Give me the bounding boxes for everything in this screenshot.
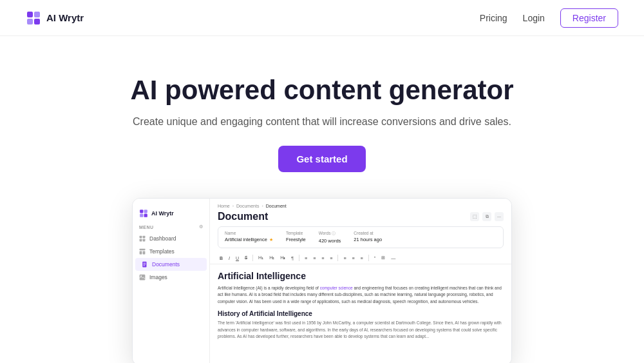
doc-title-bar: Document ⬚ ⧉ ··· [210,211,511,226]
toolbar-sep-3 [337,255,338,261]
hero-subheading: Create unique and engaging content that … [13,116,631,128]
doc-body: Artificial Intelligence Artificial Intel… [210,264,511,346]
svg-rect-1 [34,12,40,17]
documents-icon [142,261,148,268]
sidebar-item-dashboard-label: Dashboard [149,235,176,242]
settings-icon: ⚙ [199,224,204,230]
breadcrumb: Home › Documents › Document [210,199,511,211]
sidebar-item-documents[interactable]: Documents [135,258,207,271]
words-label: Words [319,231,331,235]
toolbar-strikethrough[interactable]: S̶ [243,255,249,261]
doc-action-copy[interactable]: ⧉ [482,212,491,221]
sidebar-item-images-label: Images [149,274,167,280]
register-button[interactable]: Register [560,8,618,28]
toolbar-code[interactable]: ⊞ [379,255,387,261]
meta-star: ★ [269,237,273,242]
meta-created-value: 21 hours ago [354,237,382,242]
navbar: AI Wrytr Pricing Login Register [0,0,644,36]
toolbar-list-ul[interactable]: ≡ [341,255,348,261]
doc-meta: Name Artificial intelligence ★ Template … [218,226,504,248]
svg-rect-13 [140,251,142,254]
toolbar-align-left[interactable]: ≡ [303,255,309,261]
svg-rect-5 [144,210,147,213]
svg-rect-8 [140,236,142,239]
svg-rect-7 [144,214,147,217]
sidebar-item-dashboard[interactable]: Dashboard [133,232,209,245]
meta-words-value: 420 words [319,238,341,244]
toolbar-bold[interactable]: B [218,255,225,261]
doc-action-export[interactable]: ⬚ [470,212,479,221]
images-icon [139,274,146,280]
breadcrumb-home: Home [218,204,230,208]
logo-icon [26,10,41,26]
meta-template: Template Freestyle [286,231,306,244]
toolbar-list-ol[interactable]: ≡ [350,255,357,261]
doc-paragraph: Artificial Intelligence (AI) is a rapidl… [218,285,504,305]
nav-login[interactable]: Login [523,13,545,23]
nav-pricing[interactable]: Pricing [480,13,507,23]
templates-icon [139,248,146,255]
svg-rect-4 [140,210,143,213]
svg-rect-9 [143,236,146,239]
meta-name: Name Artificial intelligence ★ [225,231,273,244]
preview-card: AI Wrytr MENU ⚙ Dashboard [132,198,512,363]
app-preview: AI Wrytr MENU ⚙ Dashboard [0,191,644,363]
toolbar-align-center[interactable]: ≡ [311,255,317,261]
logo-text: AI Wrytr [46,12,84,23]
doc-title: Document [218,211,268,222]
toolbar-link[interactable]: — [389,255,397,261]
toolbar-indent[interactable]: ≡ [359,255,365,261]
doc-actions: ⬚ ⧉ ··· [470,212,504,221]
meta-words: Words ⓘ 420 words [319,231,341,244]
sidebar-logo: AI Wrytr [133,205,209,224]
sidebar-item-templates[interactable]: Templates [133,245,209,258]
doc-content-heading: Artificial Intelligence [218,271,504,281]
toolbar-sep-4 [368,255,369,261]
sidebar-item-documents-label: Documents [152,261,180,268]
breadcrumb-current: Document [266,204,287,208]
doc-subparagraph: The term 'Artificial Intelligence' was f… [218,320,504,340]
toolbar-h3[interactable]: H₃ [278,255,287,261]
sidebar-item-images[interactable]: Images [133,271,209,284]
toolbar-h1[interactable]: H₁ [256,255,265,261]
meta-template-value: Freestyle [286,237,306,242]
logo: AI Wrytr [26,10,84,26]
sidebar-logo-text: AI Wrytr [151,210,174,217]
toolbar-sep-1 [252,255,253,261]
toolbar-sep-2 [299,255,299,261]
sidebar-item-templates-label: Templates [149,248,175,255]
svg-point-20 [140,275,142,277]
dashboard-icon [139,235,146,242]
hero-section: AI powered content generator Create uniq… [0,36,644,191]
toolbar-quote[interactable]: " [372,255,378,261]
toolbar-underline[interactable]: U [234,255,241,261]
doc-toolbar: B I U S̶ H₁ H₂ H₃ ¶ ≡ ≡ ≡ ≡ ≡ ≡ ≡ " [210,252,511,264]
toolbar-align-right[interactable]: ≡ [319,255,326,261]
svg-rect-12 [140,249,146,251]
svg-rect-6 [140,214,143,217]
toolbar-para[interactable]: ¶ [289,255,296,261]
preview-sidebar: AI Wrytr MENU ⚙ Dashboard [133,199,210,363]
meta-name-value: Artificial intelligence [225,237,267,242]
sidebar-logo-icon [139,209,148,218]
svg-rect-11 [143,239,146,242]
svg-rect-3 [34,19,40,25]
toolbar-align-justify[interactable]: ≡ [328,255,334,261]
doc-subheading: History of Artificial Intelligence [218,310,504,317]
cta-button[interactable]: Get started [278,146,365,172]
svg-rect-2 [27,19,33,25]
svg-rect-14 [143,251,146,254]
svg-rect-10 [140,239,142,242]
toolbar-italic[interactable]: I [227,255,232,261]
info-icon: ⓘ [332,231,336,235]
preview-main: Home › Documents › Document Document ⬚ ⧉… [210,199,511,363]
hero-heading: AI powered content generator [13,75,631,106]
nav-links: Pricing Login Register [480,8,618,28]
svg-rect-0 [27,12,33,17]
meta-created: Created at 21 hours ago [354,231,382,244]
toolbar-h2[interactable]: H₂ [267,255,276,261]
sidebar-menu-label: MENU ⚙ [133,224,209,232]
doc-action-more[interactable]: ··· [495,212,504,221]
breadcrumb-documents: Documents [236,204,259,208]
